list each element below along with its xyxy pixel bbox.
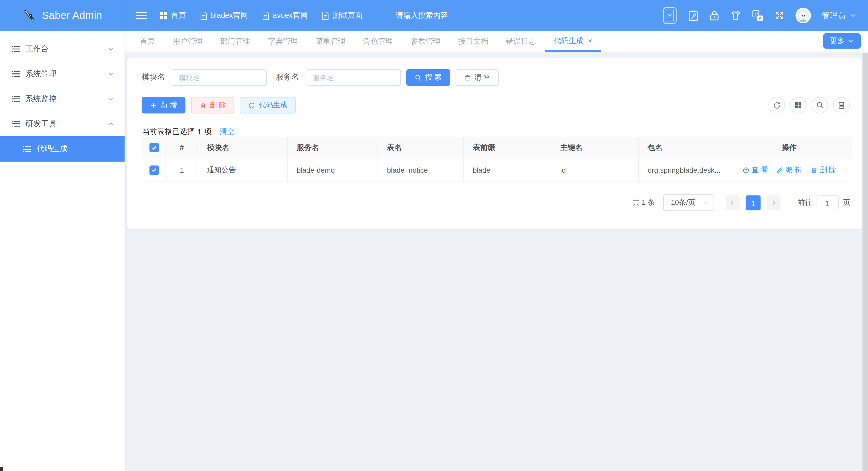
top-nav-bladex[interactable]: bladex官网	[200, 10, 248, 21]
column-header-package[interactable]: 包名	[639, 137, 727, 158]
tab-user-management[interactable]: 用户管理	[164, 31, 212, 52]
tab-menu-management[interactable]: 菜单管理	[307, 31, 354, 52]
sidebar-item-dev-tools[interactable]: 研发工具	[0, 111, 125, 136]
top-nav-home[interactable]: 首页	[160, 10, 186, 21]
global-search-input[interactable]: 请输入搜索内容	[396, 10, 490, 21]
user-menu[interactable]: 管理员	[822, 10, 857, 21]
cell-prefix: blade_	[464, 158, 551, 182]
tshirt-icon	[730, 10, 741, 21]
top-nav-label: avuex官网	[273, 10, 308, 21]
next-page-button[interactable]	[767, 195, 781, 210]
module-name-input[interactable]	[172, 69, 267, 86]
top-nav-test-page[interactable]: 测试页面	[321, 10, 363, 21]
tab-label: 角色管理	[363, 36, 393, 46]
main-content: 模块名 服务名 搜 索 清 空	[125, 53, 868, 471]
list-menu-icon	[11, 119, 21, 128]
column-header-module[interactable]: 模块名	[198, 137, 288, 158]
goto-page-input[interactable]	[816, 195, 839, 210]
row-operations: 查 看 编 辑	[727, 165, 851, 175]
column-header-prefix[interactable]: 表前缀	[464, 137, 551, 158]
sidebar-item-code-generation[interactable]: 代码生成	[0, 136, 125, 162]
column-settings-button[interactable]	[833, 97, 850, 114]
row-checkbox[interactable]	[149, 165, 158, 175]
version-dropdown-button[interactable]	[662, 7, 677, 25]
user-name: 管理员	[822, 10, 846, 21]
chevron-down-icon	[107, 95, 115, 102]
tab-label: 字典管理	[268, 36, 298, 46]
code-generate-label: 代码生成	[259, 100, 287, 111]
page-number-current[interactable]: 1	[746, 195, 761, 210]
delete-link-label: 删 除	[820, 165, 836, 175]
sidebar-item-label: 研发工具	[26, 119, 57, 129]
sidebar-item-workbench[interactable]: 工作台	[0, 36, 125, 61]
search-icon	[414, 74, 422, 81]
more-tabs-label: 更多	[830, 36, 845, 46]
column-header-index[interactable]: #	[166, 137, 198, 158]
code-generate-button[interactable]: 代码生成	[240, 97, 296, 114]
clear-filters-button[interactable]: 清 空	[456, 69, 499, 86]
avatar-body	[800, 20, 806, 23]
more-tabs-button[interactable]: 更多	[823, 33, 861, 49]
cell-service: blade-demo	[288, 158, 378, 182]
grid-view-button[interactable]	[790, 97, 806, 114]
tab-role-management[interactable]: 角色管理	[354, 31, 402, 52]
tab-label: 代码生成	[554, 36, 584, 46]
refresh-table-button[interactable]	[769, 97, 785, 114]
refresh-icon	[248, 102, 255, 109]
delete-row-link[interactable]: 删 除	[810, 165, 836, 175]
close-tab-icon[interactable]: ×	[588, 37, 592, 44]
brand-title: Saber Admin	[42, 9, 102, 22]
action-buttons: 新 增 删 除 代码生成	[142, 97, 296, 114]
tab-dictionary-management[interactable]: 字典管理	[259, 31, 307, 52]
tab-home[interactable]: 首页	[131, 31, 164, 52]
column-header-ops[interactable]: 操作	[727, 137, 851, 158]
selection-text: 当前表格已选择	[142, 127, 194, 137]
prev-page-button[interactable]	[726, 195, 740, 210]
tab-label: 接口文档	[458, 36, 488, 46]
debug-tools-button[interactable]	[688, 9, 699, 21]
column-list-icon	[837, 101, 845, 109]
toggle-search-button[interactable]	[812, 97, 828, 114]
view-row-link[interactable]: 查 看	[742, 165, 768, 175]
sidebar-item-system-management[interactable]: 系统管理	[0, 62, 125, 86]
svg-text:A: A	[758, 16, 762, 21]
column-header-table[interactable]: 表名	[378, 137, 464, 158]
tab-code-generation[interactable]: 代码生成 ×	[545, 31, 601, 52]
user-avatar[interactable]	[795, 8, 811, 23]
top-nav-label: 测试页面	[333, 10, 363, 21]
sidebar-item-system-monitor[interactable]: 系统监控	[0, 86, 125, 111]
language-button[interactable]: 中 A	[752, 9, 763, 21]
theme-button[interactable]	[730, 10, 741, 21]
tab-parameter-management[interactable]: 参数管理	[402, 31, 450, 52]
tab-label: 菜单管理	[316, 36, 346, 46]
hamburger-icon	[136, 11, 147, 20]
top-nav-avuex[interactable]: avuex官网	[262, 10, 308, 21]
page-size-select[interactable]: 10条/页	[663, 194, 714, 211]
edit-row-link[interactable]: 编 辑	[776, 165, 802, 175]
lock-screen-button[interactable]	[709, 10, 719, 21]
collapse-menu-button[interactable]	[136, 11, 147, 20]
grid-icon	[160, 12, 167, 19]
code-generation-panel: 模块名 服务名 搜 索 清 空	[127, 58, 862, 229]
chevron-down-icon	[847, 38, 854, 44]
service-name-input[interactable]	[306, 69, 401, 86]
tab-department-management[interactable]: 部门管理	[212, 31, 259, 52]
scrollbar[interactable]	[863, 53, 868, 471]
list-menu-icon	[11, 44, 21, 54]
clear-selection-link[interactable]: 清空	[219, 127, 235, 137]
search-button[interactable]: 搜 索	[406, 69, 450, 86]
column-header-pk[interactable]: 主键名	[551, 137, 639, 158]
lock-icon	[709, 10, 719, 21]
tab-label: 首页	[140, 36, 155, 46]
translate-icon: 中 A	[752, 9, 763, 21]
table-row[interactable]: 1 通知公告 blade-demo blade_notice blade_ id…	[142, 158, 851, 182]
tab-error-log[interactable]: 错误日志	[497, 31, 545, 52]
add-button[interactable]: 新 增	[142, 97, 185, 114]
delete-button[interactable]: 删 除	[191, 97, 234, 114]
selection-info: 当前表格已选择 1 项 清空	[142, 127, 235, 137]
table-toolbar	[769, 97, 850, 114]
column-header-service[interactable]: 服务名	[288, 137, 378, 158]
fullscreen-button[interactable]	[774, 10, 784, 21]
tab-api-docs[interactable]: 接口文档	[450, 31, 497, 52]
select-all-checkbox[interactable]	[149, 143, 158, 152]
